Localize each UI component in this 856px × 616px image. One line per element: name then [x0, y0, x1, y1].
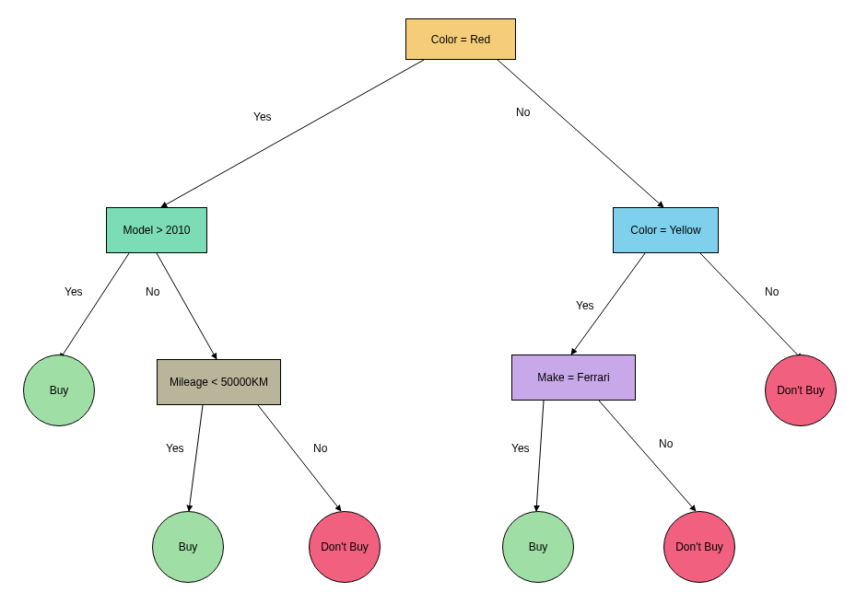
- node-dontbuy-1: Don't Buy: [765, 354, 837, 426]
- node-buy-2: Buy: [152, 511, 224, 583]
- node-buy-3: Buy: [502, 511, 574, 583]
- edge-label-ferrari-no: No: [659, 437, 673, 450]
- node-dontbuy-3-label: Don't Buy: [675, 540, 723, 553]
- node-root-label: Color = Red: [431, 33, 490, 46]
- svg-line-2: [60, 253, 129, 359]
- node-root: Color = Red: [405, 18, 516, 60]
- node-dontbuy-2-label: Don't Buy: [321, 540, 369, 553]
- node-buy-3-label: Buy: [529, 540, 548, 553]
- node-ferrari: Make = Ferrari: [511, 354, 636, 401]
- edge-label-root-no: No: [516, 106, 530, 119]
- edge-label-mileage-yes: Yes: [166, 442, 184, 455]
- node-ferrari-label: Make = Ferrari: [537, 371, 609, 384]
- svg-line-0: [161, 60, 424, 207]
- node-model-label: Model > 2010: [123, 224, 190, 237]
- svg-line-3: [157, 253, 217, 359]
- edge-label-ferrari-yes: Yes: [511, 442, 530, 455]
- edge-label-model-no: No: [146, 285, 159, 298]
- node-buy-1-label: Buy: [50, 384, 69, 397]
- node-buy-1: Buy: [23, 354, 95, 426]
- node-color-yellow: Color = Yellow: [613, 207, 719, 253]
- svg-line-9: [599, 401, 696, 511]
- edge-label-yellow-no: No: [765, 285, 779, 298]
- node-dontbuy-3: Don't Buy: [663, 511, 735, 583]
- svg-line-8: [536, 401, 544, 511]
- edge-label-model-yes: Yes: [64, 285, 83, 298]
- svg-line-7: [258, 405, 341, 511]
- edge-label-mileage-no: No: [313, 442, 327, 455]
- node-mileage: Mileage < 50000KM: [157, 359, 281, 405]
- edge-label-root-yes: Yes: [253, 110, 272, 123]
- node-model: Model > 2010: [106, 207, 207, 253]
- node-dontbuy-1-label: Don't Buy: [777, 384, 825, 397]
- svg-line-1: [498, 60, 663, 207]
- node-dontbuy-2: Don't Buy: [309, 511, 381, 583]
- edge-layer: [0, 0, 856, 616]
- node-color-yellow-label: Color = Yellow: [630, 224, 700, 237]
- edge-label-yellow-yes: Yes: [576, 299, 594, 312]
- node-mileage-label: Mileage < 50000KM: [170, 376, 268, 389]
- svg-line-6: [189, 405, 203, 511]
- svg-line-5: [700, 253, 802, 359]
- node-buy-2-label: Buy: [179, 540, 198, 553]
